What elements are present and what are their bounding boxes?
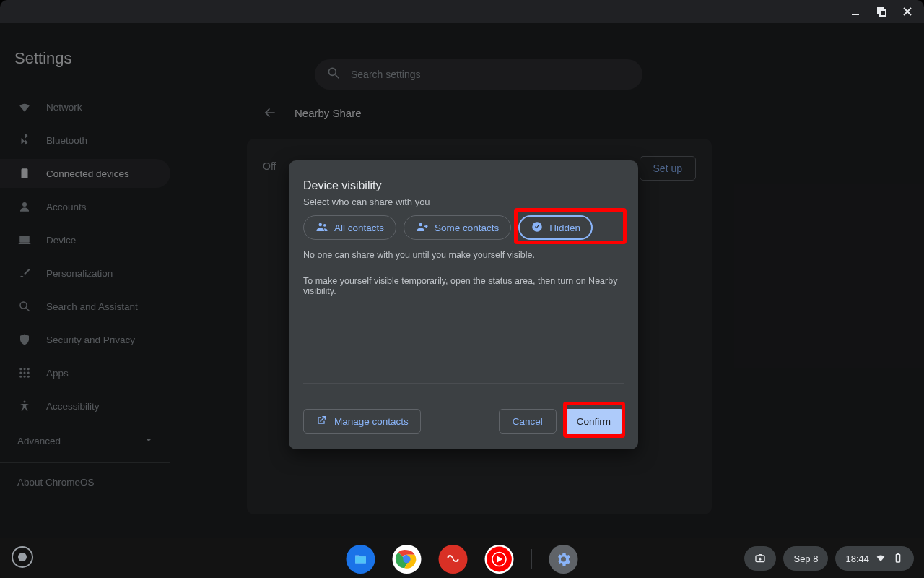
confirm-label: Confirm bbox=[577, 416, 611, 427]
manage-contacts-label: Manage contacts bbox=[334, 416, 409, 427]
shelf-status-area: Sep 8 18:44 bbox=[744, 546, 914, 571]
search-input[interactable] bbox=[351, 69, 631, 80]
sidebar-item-label: Security and Privacy bbox=[46, 335, 135, 345]
sidebar-item-accessibility[interactable]: Accessibility bbox=[0, 392, 170, 420]
svg-point-7 bbox=[22, 202, 27, 207]
svg-point-14 bbox=[27, 368, 30, 370]
apps-grid-icon bbox=[17, 366, 32, 380]
shelf-app-chrome[interactable] bbox=[393, 545, 422, 574]
svg-line-23 bbox=[336, 75, 339, 79]
svg-rect-35 bbox=[897, 553, 899, 554]
dialog-message-2: To make yourself visible temporarily, op… bbox=[303, 276, 638, 296]
back-button[interactable] bbox=[261, 104, 279, 121]
page-header: Nearby Share bbox=[261, 104, 362, 121]
search-bar[interactable] bbox=[315, 59, 642, 90]
manage-contacts-button[interactable]: Manage contacts bbox=[303, 409, 421, 434]
shelf-app-files[interactable] bbox=[346, 545, 375, 574]
app-title: Settings bbox=[14, 49, 72, 68]
minimize-button[interactable] bbox=[843, 1, 868, 22]
setup-button-label: Set up bbox=[653, 163, 682, 174]
dialog-subtitle: Select who can share with you bbox=[303, 197, 430, 207]
svg-point-21 bbox=[24, 401, 26, 403]
page-title: Nearby Share bbox=[295, 107, 362, 119]
launcher-button[interactable] bbox=[12, 546, 33, 568]
option-hidden[interactable]: Hidden bbox=[518, 215, 593, 240]
svg-line-11 bbox=[26, 308, 30, 311]
sidebar: Network Bluetooth Connected devices Acco… bbox=[0, 92, 182, 496]
date-pill[interactable]: Sep 8 bbox=[783, 546, 828, 571]
sidebar-item-connected-devices[interactable]: Connected devices bbox=[0, 159, 170, 188]
time-text: 18:44 bbox=[845, 553, 869, 564]
status-tray[interactable]: 18:44 bbox=[835, 546, 914, 571]
devices-icon bbox=[17, 166, 32, 181]
sidebar-item-label: Accessibility bbox=[46, 401, 100, 412]
maximize-button[interactable] bbox=[869, 1, 894, 22]
shelf-apps bbox=[346, 545, 578, 574]
svg-point-15 bbox=[19, 372, 22, 374]
svg-point-10 bbox=[20, 302, 27, 309]
option-label: Hidden bbox=[549, 223, 580, 233]
shelf-app-3[interactable] bbox=[439, 545, 468, 574]
shelf-divider bbox=[531, 549, 532, 569]
person-add-icon bbox=[416, 220, 429, 236]
accessibility-icon bbox=[17, 399, 32, 413]
search-icon bbox=[17, 299, 32, 314]
sidebar-item-security-privacy[interactable]: Security and Privacy bbox=[0, 325, 170, 354]
sidebar-item-search-assistant[interactable]: Search and Assistant bbox=[0, 292, 170, 321]
open-external-icon bbox=[315, 415, 327, 428]
chevron-down-icon bbox=[144, 436, 153, 447]
sidebar-item-label: Apps bbox=[46, 368, 69, 379]
svg-point-19 bbox=[24, 376, 26, 378]
content-area: Settings Network Bluetooth Connected dev… bbox=[0, 23, 924, 578]
bluetooth-icon bbox=[17, 133, 32, 147]
dialog-title: Device visibility bbox=[303, 179, 430, 192]
sidebar-item-apps[interactable]: Apps bbox=[0, 358, 170, 387]
wifi-status-icon bbox=[875, 552, 886, 566]
shield-icon bbox=[17, 332, 32, 347]
sidebar-item-network[interactable]: Network bbox=[0, 92, 170, 121]
svg-rect-2 bbox=[880, 10, 886, 16]
svg-point-17 bbox=[27, 372, 30, 374]
option-label: All contacts bbox=[334, 223, 384, 233]
dialog-divider bbox=[303, 383, 624, 384]
close-button[interactable] bbox=[895, 1, 920, 22]
svg-point-20 bbox=[27, 376, 30, 378]
battery-status-icon bbox=[892, 552, 904, 566]
visibility-options: All contacts Some contacts Hidden bbox=[303, 215, 593, 240]
shelf: Sep 8 18:44 bbox=[0, 538, 924, 578]
dialog-header: Device visibility Select who can share w… bbox=[303, 179, 430, 207]
sidebar-item-device[interactable]: Device bbox=[0, 225, 170, 254]
sidebar-item-label: Network bbox=[46, 102, 82, 113]
date-text: Sep 8 bbox=[793, 553, 818, 564]
svg-rect-6 bbox=[22, 168, 28, 178]
svg-point-26 bbox=[419, 223, 423, 226]
advanced-label: Advanced bbox=[17, 436, 61, 447]
shelf-app-youtube-music[interactable] bbox=[485, 545, 514, 574]
sidebar-about[interactable]: About ChromeOS bbox=[0, 467, 182, 496]
shelf-app-settings[interactable] bbox=[549, 545, 578, 574]
sidebar-divider bbox=[0, 462, 170, 463]
confirm-button[interactable]: Confirm bbox=[564, 409, 624, 434]
wifi-icon bbox=[17, 100, 32, 114]
svg-point-25 bbox=[323, 223, 326, 226]
screenshot-button[interactable] bbox=[744, 546, 776, 571]
sidebar-item-personalization[interactable]: Personalization bbox=[0, 259, 170, 288]
check-circle-icon bbox=[531, 220, 544, 236]
setup-button[interactable]: Set up bbox=[640, 156, 696, 181]
sidebar-item-label: Bluetooth bbox=[46, 135, 87, 146]
sidebar-item-accounts[interactable]: Accounts bbox=[0, 192, 170, 221]
nearby-share-status: Off bbox=[263, 160, 276, 172]
option-label: Some contacts bbox=[435, 223, 499, 233]
option-all-contacts[interactable]: All contacts bbox=[303, 215, 396, 240]
people-icon bbox=[315, 220, 328, 236]
option-some-contacts[interactable]: Some contacts bbox=[404, 215, 511, 240]
sidebar-advanced-toggle[interactable]: Advanced bbox=[0, 426, 170, 455]
cancel-button[interactable]: Cancel bbox=[499, 409, 557, 434]
svg-point-13 bbox=[24, 368, 26, 370]
sidebar-item-bluetooth[interactable]: Bluetooth bbox=[0, 126, 170, 155]
svg-point-24 bbox=[319, 223, 323, 226]
about-label: About ChromeOS bbox=[17, 477, 95, 488]
settings-window: Settings Network Bluetooth Connected dev… bbox=[0, 0, 924, 578]
sidebar-item-label: Search and Assistant bbox=[46, 301, 138, 312]
sidebar-item-label: Connected devices bbox=[46, 168, 129, 179]
